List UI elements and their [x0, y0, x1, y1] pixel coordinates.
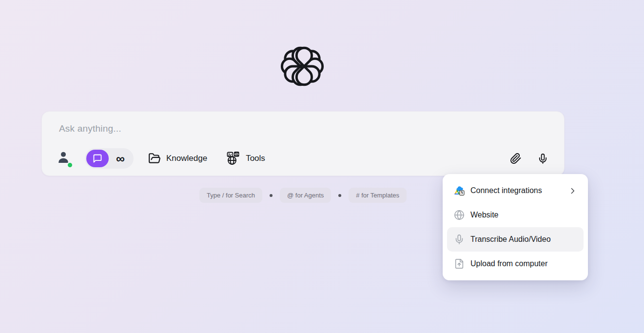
menu-item-label: Upload from computer [470, 259, 547, 268]
voice-input-button[interactable] [537, 153, 548, 164]
globe-icon [454, 210, 465, 220]
chevron-right-icon [568, 187, 577, 195]
hint-agents: @ for Agents [280, 188, 331, 203]
knowledge-label: Knowledge [166, 154, 207, 163]
composer-toolbar: ∞ Knowledge [57, 148, 548, 169]
attach-file-button[interactable] [510, 153, 522, 164]
menu-item-connect-integrations[interactable]: N Connect integrations [447, 178, 584, 203]
menu-item-label: Transcribe Audio/Video [470, 235, 551, 244]
chat-bubble-icon [93, 154, 102, 163]
ask-input[interactable]: Ask anything... [59, 123, 121, 134]
tools-globe-code-icon [226, 151, 240, 166]
chat-mode-button[interactable] [86, 150, 109, 167]
app-background: { "logo": { "name": "brain-flower-logo" … [0, 0, 644, 333]
infinity-mode-button[interactable]: ∞ [109, 150, 132, 167]
menu-item-upload-from-computer[interactable]: Upload from computer [447, 252, 584, 276]
hint-templates: # for Templates [349, 188, 407, 203]
menu-item-website[interactable]: Website [447, 203, 584, 227]
dot-separator [270, 194, 273, 197]
hint-search: Type / for Search [199, 188, 262, 203]
mode-toggle[interactable]: ∞ [85, 148, 134, 169]
knowledge-button[interactable]: Knowledge [148, 152, 207, 165]
paperclip-icon [510, 153, 522, 164]
file-upload-icon [454, 258, 465, 269]
microphone-icon [537, 153, 548, 164]
brain-flower-logo-icon [280, 46, 325, 87]
integrations-icon: N [454, 185, 465, 196]
svg-text:N: N [461, 191, 464, 195]
menu-item-transcribe-audio-video[interactable]: Transcribe Audio/Video [447, 227, 584, 252]
folder-open-icon [148, 152, 161, 165]
menu-item-label: Website [470, 211, 499, 219]
composer-card: Ask anything... ∞ Knowledge [41, 111, 565, 176]
dot-separator [338, 194, 341, 197]
menu-item-label: Connect integrations [470, 186, 542, 195]
tools-label: Tools [246, 154, 265, 163]
microphone-icon [454, 234, 465, 245]
brain-flower-logo [280, 46, 325, 87]
attach-dropdown-menu: N Connect integrations Website [443, 174, 588, 280]
agent-avatar-button[interactable] [57, 150, 70, 167]
tools-button[interactable]: Tools [226, 151, 265, 166]
online-status-dot [67, 162, 73, 168]
